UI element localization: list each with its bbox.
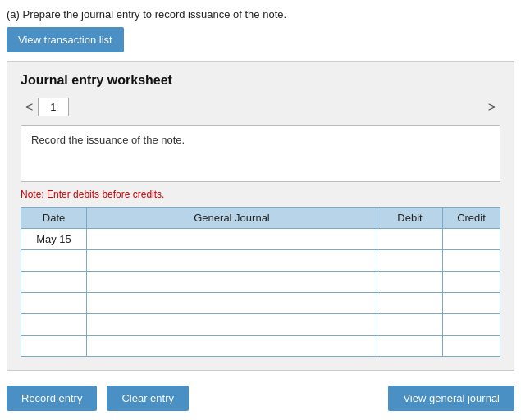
credit-cell[interactable]	[443, 229, 500, 250]
credit-input[interactable]	[448, 340, 495, 352]
journal-input[interactable]	[92, 318, 372, 331]
date-cell: May 15	[21, 229, 87, 250]
header-general-journal: General Journal	[87, 208, 377, 229]
credit-cell[interactable]	[443, 293, 500, 314]
tab-navigation: < 1 >	[21, 98, 500, 116]
credit-cell[interactable]	[443, 250, 500, 272]
debit-input[interactable]	[382, 297, 437, 309]
journal-input[interactable]	[92, 233, 372, 245]
worksheet-title: Journal entry worksheet	[21, 73, 500, 88]
date-cell	[21, 272, 87, 293]
debit-cell[interactable]	[377, 229, 443, 250]
prev-tab-button[interactable]: <	[21, 98, 38, 116]
note-text: Note: Enter debits before credits.	[21, 189, 500, 200]
table-row	[21, 293, 500, 314]
credit-cell[interactable]	[443, 314, 500, 336]
journal-cell[interactable]	[87, 272, 377, 293]
journal-cell[interactable]	[87, 293, 377, 314]
table-row	[21, 314, 500, 336]
debit-cell[interactable]	[377, 314, 443, 336]
credit-input[interactable]	[448, 233, 495, 245]
date-cell	[21, 293, 87, 314]
date-cell	[21, 336, 87, 357]
debit-input[interactable]	[382, 254, 437, 267]
table-row	[21, 250, 500, 272]
view-transaction-button[interactable]: View transaction list	[7, 27, 124, 52]
date-cell	[21, 314, 87, 336]
credit-cell[interactable]	[443, 272, 500, 293]
debit-cell[interactable]	[377, 250, 443, 272]
debit-cell[interactable]	[377, 336, 443, 357]
journal-cell[interactable]	[87, 336, 377, 357]
table-row: May 15	[21, 229, 500, 250]
debit-cell[interactable]	[377, 272, 443, 293]
journal-table: Date General Journal Debit Credit May 15	[21, 207, 500, 357]
next-tab-button[interactable]: >	[483, 98, 500, 116]
instruction-text: (a) Prepare the journal entry to record …	[0, 0, 521, 27]
credit-input[interactable]	[448, 254, 495, 267]
worksheet-container: Journal entry worksheet < 1 > Record the…	[7, 61, 514, 371]
description-box: Record the issuance of the note.	[21, 125, 500, 182]
view-general-journal-button[interactable]: View general journal	[388, 386, 514, 411]
journal-input[interactable]	[92, 254, 372, 267]
credit-input[interactable]	[448, 318, 495, 331]
debit-input[interactable]	[382, 276, 437, 288]
journal-cell[interactable]	[87, 229, 377, 250]
clear-entry-button[interactable]: Clear entry	[107, 386, 189, 411]
header-credit: Credit	[443, 208, 500, 229]
debit-cell[interactable]	[377, 293, 443, 314]
table-row	[21, 336, 500, 357]
credit-cell[interactable]	[443, 336, 500, 357]
table-row	[21, 272, 500, 293]
bottom-buttons: Record entry Clear entry View general jo…	[0, 379, 521, 414]
credit-input[interactable]	[448, 297, 495, 309]
current-tab: 1	[38, 98, 68, 116]
journal-input[interactable]	[92, 276, 372, 288]
journal-input[interactable]	[92, 297, 372, 309]
header-date: Date	[21, 208, 87, 229]
credit-input[interactable]	[448, 276, 495, 288]
journal-cell[interactable]	[87, 314, 377, 336]
journal-input[interactable]	[92, 340, 372, 352]
debit-input[interactable]	[382, 233, 437, 245]
header-debit: Debit	[377, 208, 443, 229]
record-entry-button[interactable]: Record entry	[7, 386, 97, 411]
date-cell	[21, 250, 87, 272]
debit-input[interactable]	[382, 318, 437, 331]
journal-cell[interactable]	[87, 250, 377, 272]
debit-input[interactable]	[382, 340, 437, 352]
